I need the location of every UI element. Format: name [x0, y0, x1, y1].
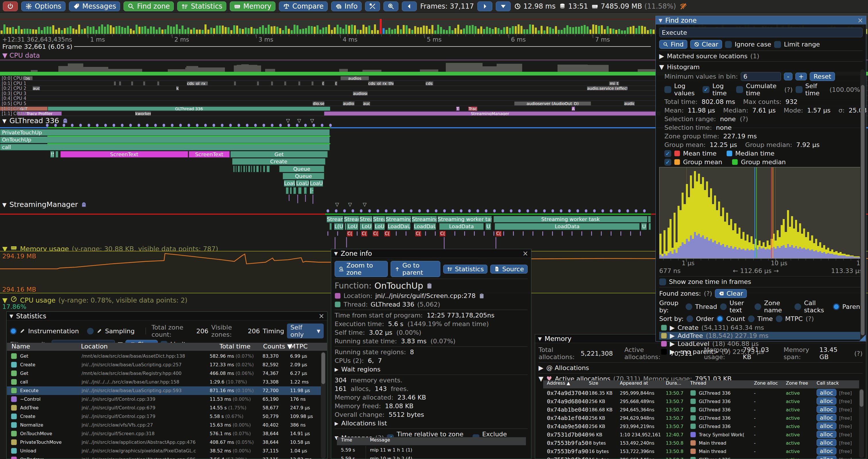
message-row[interactable]: 5.59 smip 10 w 2 h 2 (4) [337, 454, 526, 459]
frame-bar[interactable] [429, 29, 431, 34]
zone-dot[interactable] [593, 209, 596, 212]
timeline-zone[interactable]: Strea [373, 216, 385, 223]
zone-dot[interactable] [312, 124, 315, 127]
frame-bar[interactable] [354, 25, 356, 34]
log-values-checkbox[interactable] [664, 86, 671, 93]
frame-bar[interactable] [644, 27, 646, 34]
message-marker-icon[interactable]: ▽ [348, 201, 352, 207]
frame-bar[interactable] [291, 30, 293, 34]
cpu-zone[interactable] [257, 81, 259, 86]
alloc-button[interactable]: alloc [816, 422, 836, 430]
timeline-zone[interactable]: LoaUp [296, 180, 309, 187]
scrollbar[interactable] [321, 352, 326, 459]
cpu-zone[interactable]: At [571, 106, 575, 111]
min-values-input[interactable] [741, 72, 781, 81]
column-header[interactable]: Size [589, 380, 598, 386]
zone-dot[interactable] [635, 209, 638, 212]
frame-bar[interactable] [420, 27, 422, 34]
column-header[interactable]: Counts ▼ [263, 343, 292, 350]
frame-bar[interactable] [561, 30, 563, 34]
cpu-zone[interactable] [284, 81, 286, 86]
error-zone[interactable]: C( [361, 231, 367, 236]
frame-bar[interactable] [61, 30, 63, 34]
timeline-zone[interactable]: Streaming [412, 216, 437, 223]
timeline-zone[interactable] [293, 187, 296, 194]
zone-dot[interactable] [468, 209, 471, 212]
zone-dot[interactable] [129, 124, 132, 127]
frame-bar[interactable] [575, 27, 577, 34]
zone-dot[interactable] [254, 124, 257, 127]
timeline-zone[interactable]: PrivateTouchUp [0, 129, 330, 136]
timeline-zone[interactable]: L(U [334, 223, 343, 230]
cpu-zone[interactable] [271, 81, 273, 86]
collapse-arrow-icon[interactable]: ▼ [9, 313, 13, 319]
legend-checkbox[interactable]: ✓ [664, 150, 671, 157]
frame-bar[interactable] [135, 25, 137, 34]
frame-bar[interactable] [311, 26, 313, 34]
timeline-zone[interactable]: OnTouchUp [0, 136, 330, 143]
frame-bar[interactable] [342, 29, 344, 34]
zone-dot[interactable] [601, 209, 604, 212]
zone-dot[interactable] [335, 209, 338, 212]
column-header[interactable]: Time [341, 437, 352, 442]
frame-bar[interactable] [624, 30, 626, 34]
frame-bar[interactable] [170, 26, 172, 34]
frame-bar[interactable] [558, 30, 560, 34]
frame-bar[interactable] [610, 28, 612, 34]
alloc-button[interactable]: alloc [816, 447, 836, 455]
cpu-zone[interactable]: audio [624, 101, 635, 106]
cpu-zone[interactable]: cds_ [425, 81, 433, 86]
frame-bar[interactable] [239, 28, 241, 34]
frame-bar[interactable] [457, 25, 459, 34]
frame-bar[interactable] [607, 26, 609, 34]
column-header[interactable]: Address ▲ [547, 380, 570, 386]
limit-range-checkbox[interactable] [774, 41, 781, 48]
frame-bar[interactable] [1, 30, 3, 34]
frame-bar[interactable] [156, 30, 158, 34]
frame-bar[interactable] [222, 26, 224, 34]
frame-bar[interactable] [288, 29, 290, 34]
frame-bar[interactable] [182, 26, 184, 34]
find-zone-search-input[interactable] [659, 28, 863, 37]
cpu-zone[interactable] [143, 81, 145, 86]
frame-bar[interactable] [365, 27, 367, 34]
zone-dot[interactable] [171, 124, 174, 127]
frame-bar[interactable] [316, 25, 318, 34]
frame-bar[interactable] [486, 27, 488, 34]
frame-bar[interactable] [153, 27, 155, 34]
collapse-arrow-icon[interactable]: ▼ [334, 251, 338, 256]
frame-bar[interactable] [345, 25, 347, 34]
frame-bar[interactable] [262, 25, 264, 34]
tool-button[interactable] [3, 1, 18, 11]
timeline-zone[interactable]: U [641, 223, 647, 230]
allocation-row[interactable]: 0x74ab1be040186.68 KB294,645,364ns13:50.… [543, 405, 859, 414]
frame-bar[interactable] [81, 29, 83, 34]
table-row[interactable]: Executejni/../jni/src/claw/base/LuaScrip… [7, 386, 323, 395]
timeline-zone[interactable]: LoU [374, 223, 385, 230]
frame-bar[interactable] [127, 26, 129, 34]
frame-bar[interactable] [411, 30, 413, 34]
frame-bar[interactable] [299, 29, 301, 34]
zone-dot[interactable] [213, 124, 215, 127]
zone-dot[interactable] [435, 209, 437, 212]
zone-dot[interactable] [493, 209, 496, 212]
frame-bar[interactable] [636, 28, 638, 34]
frame-bar[interactable] [601, 25, 603, 34]
frame-bar[interactable] [414, 26, 416, 34]
cpu-zone[interactable]: dio.se [312, 101, 324, 106]
frame-bar[interactable] [448, 26, 451, 34]
collapse-arrow-icon[interactable]: ▼ [2, 201, 7, 208]
frame-bar[interactable] [225, 27, 227, 34]
frame-bar[interactable] [110, 25, 112, 34]
zone-dot[interactable] [626, 209, 629, 212]
alloc-button[interactable]: alloc [816, 414, 836, 421]
frame-bar[interactable] [144, 26, 146, 34]
frame-bar[interactable] [233, 25, 235, 34]
alloc-button[interactable]: alloc [816, 405, 836, 413]
zone-dot[interactable] [535, 209, 537, 212]
zone-dot[interactable] [46, 124, 49, 127]
cpu-zone[interactable]: cds_ol_rx_thr [187, 81, 208, 86]
zone-dot[interactable] [196, 124, 198, 127]
frame-bar[interactable] [492, 29, 494, 34]
frame-bar[interactable] [58, 28, 60, 34]
